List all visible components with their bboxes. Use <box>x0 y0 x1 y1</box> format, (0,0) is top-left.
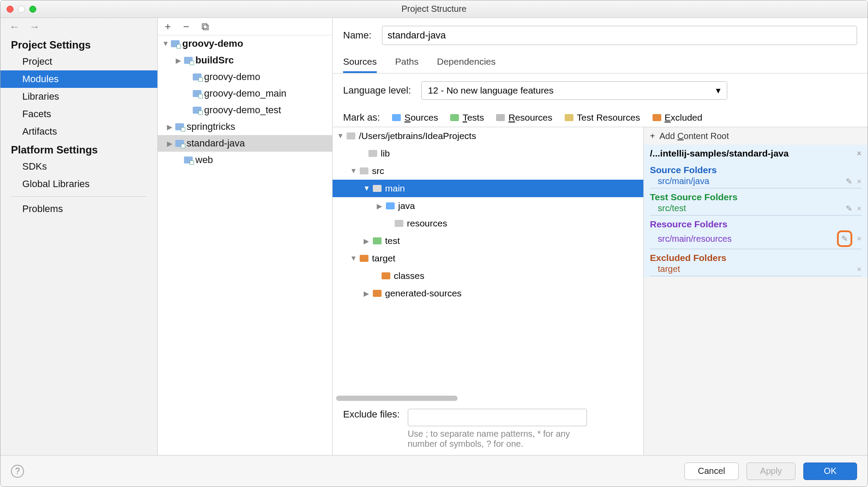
sidebar-item-problems[interactable]: Problems <box>0 200 157 218</box>
zoom-window-button[interactable] <box>29 6 36 13</box>
tab-sources[interactable]: Sources <box>343 53 377 73</box>
module-tabs: Sources Paths Dependencies <box>333 53 868 73</box>
excluded-folder-icon <box>360 255 368 262</box>
sources-folder-icon <box>392 114 401 121</box>
close-window-button[interactable] <box>7 6 14 13</box>
exclude-files-input[interactable] <box>408 409 587 426</box>
dialog-body: ← → Project Settings Project Modules Lib… <box>0 18 868 455</box>
excluded-folder-item[interactable]: target × <box>650 263 861 276</box>
module-row-gd-main[interactable]: groovy-demo_main <box>158 85 332 102</box>
module-icon <box>193 73 201 80</box>
sidebar-item-sdks[interactable]: SDKs <box>0 158 157 175</box>
module-row-gd-test[interactable]: groovy-demo_test <box>158 102 332 118</box>
folder-row-src[interactable]: ▼src <box>333 162 643 180</box>
folder-row-lib[interactable]: lib <box>333 145 643 162</box>
folder-row-generated[interactable]: ▶generated-sources <box>333 285 643 302</box>
folder-icon <box>373 185 382 192</box>
module-row-standard-java[interactable]: ▶standard-java <box>158 135 332 152</box>
help-button[interactable]: ? <box>11 465 24 478</box>
tab-dependencies[interactable]: Dependencies <box>437 53 496 73</box>
folder-row-target[interactable]: ▼target <box>333 250 643 267</box>
remove-icon[interactable]: × <box>857 234 861 243</box>
module-icon <box>171 40 180 47</box>
folder-label: test <box>385 236 400 246</box>
ok-button[interactable]: OK <box>803 463 857 480</box>
copy-module-icon[interactable]: ⧉ <box>201 21 209 33</box>
project-settings-header: Project Settings <box>0 35 157 53</box>
source-folders-block: Source Folders src/main/java ✎× <box>644 162 868 189</box>
language-level-label: Language level: <box>343 85 411 96</box>
folder-row-classes[interactable]: classes <box>333 267 643 285</box>
edit-highlight: ✎ <box>837 230 852 247</box>
module-row-web[interactable]: web <box>158 152 332 168</box>
folder-row-resources[interactable]: resources <box>333 215 643 232</box>
forward-icon[interactable]: → <box>29 21 40 33</box>
test-resources-folder-icon <box>565 114 573 121</box>
module-name-input[interactable] <box>382 26 857 45</box>
test-source-folders-header: Test Source Folders <box>650 192 861 202</box>
resource-folder-item[interactable]: src/main/resources ✎× <box>650 230 861 249</box>
remove-content-root-icon[interactable]: × <box>857 149 861 158</box>
add-module-icon[interactable]: + <box>165 21 171 33</box>
sidebar-item-global-libraries[interactable]: Global Libraries <box>0 175 157 193</box>
edit-icon[interactable]: ✎ <box>841 234 848 244</box>
minimize-window-button[interactable] <box>18 6 25 13</box>
mark-excluded-button[interactable]: Excluded <box>653 112 702 123</box>
module-row-buildsrc[interactable]: ▶buildSrc <box>158 52 332 69</box>
language-level-select[interactable]: 12 - No new language features ▾ <box>421 81 727 100</box>
project-structure-window: Project Structure ← → Project Settings P… <box>0 0 868 487</box>
sidebar-item-modules[interactable]: Modules <box>0 70 157 88</box>
module-label: web <box>195 154 213 166</box>
folder-path: src/main/resources <box>658 234 732 244</box>
sources-content: ▼/Users/jetbrains/IdeaProjects lib ▼src … <box>333 127 868 455</box>
module-row-springtricks[interactable]: ▶springtricks <box>158 118 332 135</box>
add-content-root-button[interactable]: + Add Content Root <box>644 127 868 145</box>
folder-row-root[interactable]: ▼/Users/jetbrains/IdeaProjects <box>333 127 643 145</box>
folder-path: src/main/java <box>658 176 709 186</box>
module-icon <box>175 140 184 147</box>
folder-row-test[interactable]: ▶test <box>333 232 643 250</box>
folder-row-java[interactable]: ▶java <box>333 197 643 215</box>
folder-label: src <box>372 166 384 176</box>
mark-test-resources-button[interactable]: Test Resources <box>565 112 640 123</box>
remove-icon[interactable]: × <box>857 204 861 213</box>
module-label: standard-java <box>187 138 245 149</box>
back-icon[interactable]: ← <box>9 21 20 33</box>
tab-paths[interactable]: Paths <box>395 53 419 73</box>
module-label: groovy-demo_test <box>204 104 281 116</box>
language-level-value: 12 - No new language features <box>428 85 553 96</box>
excluded-folders-header: Excluded Folders <box>650 253 861 263</box>
source-folder-icon <box>386 202 395 209</box>
excluded-folder-icon <box>653 114 661 121</box>
content-root-path[interactable]: /...intellij-samples/standard-java × <box>644 145 868 162</box>
sidebar-item-libraries[interactable]: Libraries <box>0 88 157 105</box>
horizontal-scrollbar[interactable] <box>336 396 640 401</box>
remove-icon[interactable]: × <box>857 265 861 274</box>
mark-tests-button[interactable]: Tests <box>450 112 484 123</box>
sidebar-item-facets[interactable]: Facets <box>0 105 157 123</box>
window-controls <box>7 6 36 13</box>
mark-resources-button[interactable]: Resources <box>496 112 552 123</box>
remove-icon[interactable]: × <box>857 177 861 186</box>
folder-path: src/test <box>658 203 686 213</box>
mark-sources-button[interactable]: Sources <box>392 112 438 123</box>
edit-icon[interactable]: ✎ <box>846 204 852 213</box>
module-row-gd[interactable]: groovy-demo <box>158 69 332 85</box>
remove-module-icon[interactable]: − <box>183 21 189 33</box>
apply-button[interactable]: Apply <box>746 463 795 480</box>
mark-as-label: Mark as: <box>343 112 380 123</box>
resources-folder-icon <box>496 114 505 121</box>
module-row-groovy-demo[interactable]: ▼groovy-demo <box>158 35 332 52</box>
cancel-button[interactable]: Cancel <box>684 463 739 480</box>
sidebar-item-artifacts[interactable]: Artifacts <box>0 123 157 140</box>
sidebar-item-project[interactable]: Project <box>0 53 157 70</box>
exclude-files-row: Exclude files: Use ; to separate name pa… <box>333 403 643 455</box>
module-tree-panel: + − ⧉ ▼groovy-demo ▶buildSrc groovy-demo… <box>158 18 333 455</box>
test-folder-item[interactable]: src/test ✎× <box>650 202 861 216</box>
source-folder-item[interactable]: src/main/java ✎× <box>650 175 861 188</box>
module-label: springtricks <box>187 121 235 132</box>
folder-row-main[interactable]: ▼main <box>333 180 643 197</box>
module-label: buildSrc <box>195 55 234 66</box>
edit-icon[interactable]: ✎ <box>846 177 852 186</box>
folder-path: target <box>658 264 680 274</box>
